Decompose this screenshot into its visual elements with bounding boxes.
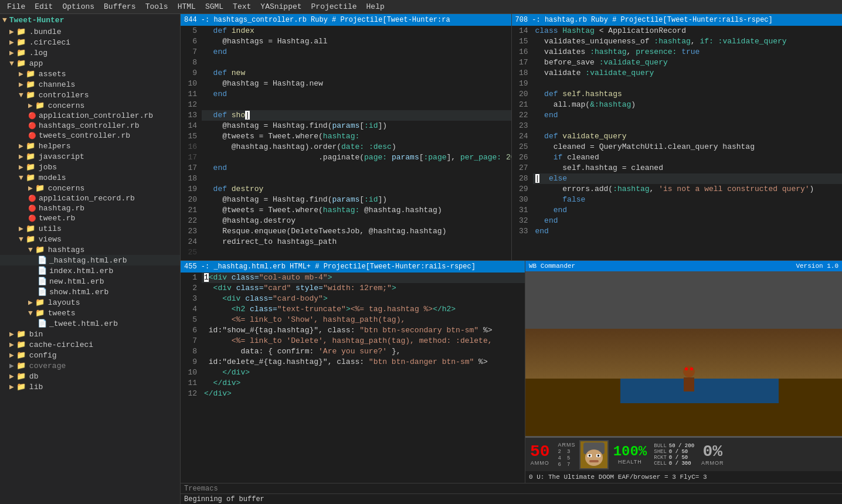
svg-point-2 <box>585 449 603 466</box>
sidebar-item-hashtags-views[interactable]: ▼ 📁 hashtags <box>0 244 180 255</box>
game-version: Version 1.0 <box>796 263 838 270</box>
sidebar-item-circleci[interactable]: ▶ 📁 .circleci <box>0 37 180 47</box>
sidebar-label: assets <box>39 70 66 79</box>
sidebar-label: .bundle <box>29 28 62 36</box>
menu-tools[interactable]: Tools <box>141 1 173 12</box>
menu-edit[interactable]: Edit <box>30 1 57 12</box>
sidebar-label: concerns <box>48 101 84 110</box>
sidebar-item-tweets-views[interactable]: ▼ 📁 tweets <box>0 308 180 318</box>
arms-section: ARMS 2 3 4 5 6 7 <box>555 441 579 469</box>
armor-value: 0% <box>703 444 723 460</box>
sidebar-item-controllers[interactable]: ▼ 📁 controllers <box>0 90 180 100</box>
arms-label: ARMS <box>558 442 576 448</box>
sidebar-label: .log <box>29 49 47 57</box>
game-title: WB Commander <box>529 263 575 270</box>
sidebar-label: _tweet.html.erb <box>49 319 118 328</box>
menu-text[interactable]: Text <box>228 1 256 12</box>
health-label: HEALTH <box>618 459 642 465</box>
menu-projectile[interactable]: Projectile <box>307 1 362 12</box>
sidebar-label: hashtags <box>48 246 84 254</box>
sidebar-item-new-erb[interactable]: 📄 new.html.erb <box>0 276 180 287</box>
game-panel: WB Commander Version 1.0 <box>525 261 842 483</box>
sidebar-item-show-erb[interactable]: 📄 show.html.erb <box>0 287 180 297</box>
sidebar-label: .circleci <box>29 38 70 47</box>
sidebar-item-assets[interactable]: ▶ 📁 assets <box>0 69 180 79</box>
sidebar-item-hashtag-rb[interactable]: 🔴 hashtag.rb <box>0 203 180 213</box>
sidebar-item-tweets-controller[interactable]: 🔴 tweets_controller.rb <box>0 131 180 141</box>
sidebar-item-bundle[interactable]: ▶ 📁 .bundle <box>0 26 180 37</box>
armor-stat: 0% ARMOR <box>697 444 729 466</box>
editor-left-pane: 844 -: hashtags_controller.rb Ruby # Pro… <box>181 14 512 260</box>
sidebar-item-app-record[interactable]: 🔴 application_record.rb <box>0 193 180 203</box>
editor-top-split: 844 -: hashtags_controller.rb Ruby # Pro… <box>181 14 842 260</box>
right-code-view[interactable]: 14 15 16 17 18 19 20 21 22 23 24 25 26 2… <box>512 26 843 260</box>
sidebar-item-hashtag-erb[interactable]: 📄 _hashtag.html.erb <box>0 255 180 265</box>
sidebar-item-lib[interactable]: ▶ 📁 lib <box>0 382 180 392</box>
sidebar-item-cache-circleci[interactable]: ▶ 📁 cache-circleci <box>0 339 180 350</box>
sidebar-item-concerns-ctrl[interactable]: ▶ 📁 concerns <box>0 100 180 111</box>
sidebar-label: application_controller.rb <box>39 111 153 120</box>
menu-buffers[interactable]: Buffers <box>99 1 141 12</box>
sidebar-label: show.html.erb <box>49 288 108 297</box>
sidebar-item-tweet-rb[interactable]: 🔴 tweet.rb <box>0 213 180 223</box>
sidebar-label: models <box>39 173 66 182</box>
ammo-stat: 50 AMMO <box>525 444 555 466</box>
menu-yasnippet[interactable]: YASnippet <box>256 1 306 12</box>
menu-sgml[interactable]: SGML <box>201 1 228 12</box>
sidebar-item-app-controller[interactable]: 🔴 application_controller.rb <box>0 111 180 121</box>
message-bar: Beginning of buffer <box>181 493 842 504</box>
doom-scene <box>525 271 842 436</box>
menu-help[interactable]: Help <box>362 1 389 12</box>
sidebar-item-concerns-model[interactable]: ▶ 📁 concerns <box>0 183 180 193</box>
menu-file[interactable]: File <box>2 1 30 12</box>
left-code-view[interactable]: 5 6 7 8 9 10 11 12 13 14 15 16 17 17 <box>181 26 511 260</box>
sidebar-item-app[interactable]: ▼ 📁 app <box>0 58 180 69</box>
ammo-label: AMMO <box>531 460 549 466</box>
left-code[interactable]: def index @hashtags = Hashtag.all end de… <box>202 26 511 260</box>
sidebar-label: layouts <box>48 298 80 307</box>
game-statusbar: 0 U: The Ultimate DOOM EAF/browser = 3 F… <box>525 471 842 483</box>
tree-root[interactable]: ▼ Tweet-Hunter <box>0 14 180 26</box>
game-titlebar: WB Commander Version 1.0 <box>525 261 842 271</box>
game-status-text: 0 U: The Ultimate DOOM EAF/browser = 3 F… <box>529 474 707 481</box>
sidebar-item-views[interactable]: ▼ 📁 views <box>0 234 180 244</box>
bottom-left-code-view[interactable]: 1 2 3 4 5 6 7 8 9 10 11 12 1<div c <box>181 273 525 483</box>
sidebar-item-channels[interactable]: ▶ 📁 channels <box>0 79 180 90</box>
sidebar-item-coverage[interactable]: ▶ 📁 coverage <box>0 360 180 371</box>
sidebar-label: tweet.rb <box>39 214 75 223</box>
sidebar-item-layouts[interactable]: ▶ 📁 layouts <box>0 297 180 308</box>
sidebar-item-tweet-erb[interactable]: 📄 _tweet.html.erb <box>0 318 180 329</box>
sidebar-label: tweets <box>48 309 76 318</box>
sidebar-item-bin[interactable]: ▶ 📁 bin <box>0 329 180 339</box>
right-code[interactable]: class Hashtag < ApplicationRecord valida… <box>533 26 843 260</box>
sidebar-item-jobs[interactable]: ▶ 📁 jobs <box>0 162 180 172</box>
sidebar-label: helpers <box>39 142 71 151</box>
left-line-numbers: 5 6 7 8 9 10 11 12 13 14 15 16 17 17 <box>181 26 202 260</box>
right-line-numbers: 14 15 16 17 18 19 20 21 22 23 24 25 26 2… <box>512 26 533 260</box>
sidebar-item-hashtags-controller[interactable]: 🔴 hashtags_controller.rb <box>0 121 180 131</box>
sidebar-item-models[interactable]: ▼ 📁 models <box>0 172 180 183</box>
sidebar-label: javascript <box>39 152 84 161</box>
sidebar-label: bin <box>29 330 43 339</box>
sidebar-label: app <box>29 59 43 68</box>
ammo-counts: BULL50 / 200 SHEL0 / 50 RCKT0 / 50 CELL0… <box>651 443 697 466</box>
editor-area: 844 -: hashtags_controller.rb Ruby # Pro… <box>181 14 842 504</box>
bottom-code[interactable]: 1<div class="col-auto mb-4"> <div class=… <box>202 273 525 483</box>
sidebar-item-index-erb[interactable]: 📄 index.html.erb <box>0 265 180 276</box>
sidebar-item-javascript[interactable]: ▶ 📁 javascript <box>0 151 180 162</box>
sidebar-label: db <box>29 372 39 381</box>
doom-hud: 50 AMMO ARMS 2 3 4 5 6 <box>525 436 842 471</box>
game-view: 50 AMMO ARMS 2 3 4 5 6 <box>525 271 842 471</box>
sidebar-label: controllers <box>39 91 89 100</box>
sidebar-label: channels <box>39 80 75 89</box>
menu-options[interactable]: Options <box>57 1 99 12</box>
sidebar-item-utils[interactable]: ▶ 📁 utils <box>0 223 180 234</box>
svg-rect-5 <box>589 455 590 457</box>
sidebar-item-log[interactable]: ▶ 📁 .log <box>0 47 180 58</box>
sidebar-label: jobs <box>39 163 57 172</box>
sidebar-item-helpers[interactable]: ▶ 📁 helpers <box>0 141 180 151</box>
right-statusbar: 708 -: hashtag.rb Ruby # Projectile[Twee… <box>512 14 843 26</box>
sidebar-item-config[interactable]: ▶ 📁 config <box>0 350 180 360</box>
sidebar-item-db[interactable]: ▶ 📁 db <box>0 371 180 382</box>
menu-html[interactable]: HTML <box>173 1 201 12</box>
